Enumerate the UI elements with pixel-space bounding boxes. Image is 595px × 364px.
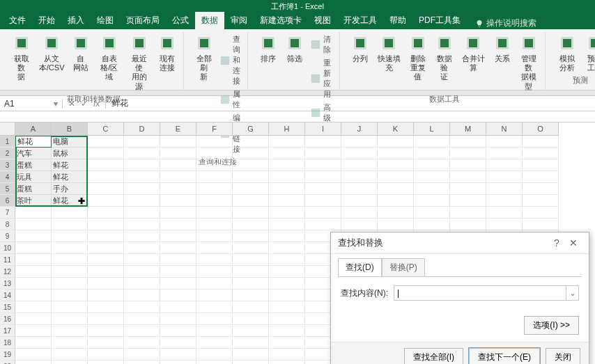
ribbon-button[interactable]: 自 网站 [69, 32, 93, 74]
row-header[interactable]: 6 [0, 195, 15, 207]
cell[interactable] [124, 159, 160, 171]
cell[interactable] [124, 148, 160, 159]
cell[interactable] [486, 195, 523, 207]
row-header[interactable]: 1 [0, 136, 15, 148]
cell[interactable] [233, 171, 269, 183]
cell[interactable]: 鼠标 [52, 148, 88, 159]
cell[interactable] [160, 361, 196, 364]
column-header[interactable]: L [414, 122, 450, 136]
ribbon-button[interactable]: 分列 [348, 32, 372, 65]
cell[interactable] [486, 171, 523, 183]
cell[interactable] [233, 230, 269, 242]
ribbon-button[interactable]: 管理数 据模型 [517, 32, 541, 93]
cell[interactable] [414, 207, 450, 219]
cell[interactable] [124, 313, 160, 325]
cell[interactable] [88, 278, 124, 290]
cell[interactable]: 鲜花 [52, 171, 88, 183]
cell[interactable] [196, 337, 233, 349]
row-header[interactable]: 7 [0, 207, 15, 219]
cell[interactable] [414, 136, 450, 148]
cell[interactable] [196, 183, 233, 195]
tab-视图[interactable]: 视图 [308, 12, 337, 29]
cell[interactable] [124, 195, 160, 207]
row-header[interactable]: 15 [0, 301, 15, 313]
cell[interactable] [305, 136, 341, 148]
dialog-button[interactable]: 查找全部(I) [404, 348, 463, 364]
cell[interactable] [124, 183, 160, 195]
cell[interactable] [88, 361, 124, 364]
cell[interactable] [269, 313, 305, 325]
cell[interactable] [269, 195, 305, 207]
cell[interactable] [15, 278, 52, 290]
row-header[interactable]: 11 [0, 254, 15, 266]
cell[interactable] [414, 195, 450, 207]
cell[interactable] [486, 136, 523, 148]
cell[interactable] [160, 325, 196, 337]
cell[interactable] [124, 349, 160, 361]
cell[interactable] [233, 361, 269, 364]
ribbon-button[interactable]: 模拟分析 [554, 32, 580, 74]
cell[interactable] [160, 136, 196, 148]
cell[interactable] [52, 337, 88, 349]
cell[interactable] [269, 207, 305, 219]
dialog-tab[interactable]: 替换(P) [382, 258, 425, 276]
formula-input[interactable]: 鲜花 [106, 97, 595, 109]
ribbon-button[interactable]: 筛选 [283, 32, 307, 65]
column-header[interactable]: H [269, 122, 305, 136]
column-header[interactable]: D [124, 122, 160, 136]
cell[interactable] [124, 337, 160, 349]
cell[interactable] [196, 301, 233, 313]
row-header[interactable]: 10 [0, 242, 15, 254]
cell[interactable] [378, 148, 414, 159]
cell[interactable] [160, 254, 196, 266]
column-header[interactable]: K [378, 122, 414, 136]
cell[interactable] [305, 148, 341, 159]
cell[interactable] [124, 290, 160, 301]
cell[interactable] [269, 325, 305, 337]
cell[interactable] [88, 254, 124, 266]
cell[interactable] [52, 301, 88, 313]
cell[interactable] [196, 159, 233, 171]
cell[interactable] [305, 159, 341, 171]
cell[interactable] [196, 230, 233, 242]
cell[interactable] [15, 325, 52, 337]
ribbon-button[interactable]: 自表 格/区域 [95, 32, 123, 84]
cell[interactable]: 蛋糕 [15, 159, 52, 171]
cell[interactable] [233, 349, 269, 361]
column-header[interactable]: A [15, 122, 52, 136]
column-header[interactable]: B [52, 122, 88, 136]
cell[interactable] [269, 278, 305, 290]
cell[interactable] [523, 207, 559, 219]
cell[interactable] [88, 207, 124, 219]
cell[interactable] [450, 219, 486, 230]
column-header[interactable]: E [160, 122, 196, 136]
cell[interactable] [124, 361, 160, 364]
cell[interactable] [88, 148, 124, 159]
cell[interactable] [450, 159, 486, 171]
cell[interactable] [233, 183, 269, 195]
row-header[interactable]: 9 [0, 230, 15, 242]
cancel-icon[interactable]: ✕ [68, 99, 75, 109]
row-header[interactable]: 3 [0, 159, 15, 171]
column-header[interactable]: N [486, 122, 523, 136]
ribbon-button[interactable]: 数据验 证 [433, 32, 456, 84]
cell[interactable] [15, 242, 52, 254]
cell[interactable] [160, 313, 196, 325]
cell[interactable] [124, 254, 160, 266]
cell[interactable] [378, 183, 414, 195]
help-icon[interactable]: ? [548, 237, 565, 248]
fx-icon[interactable]: fx [93, 99, 100, 109]
cell[interactable] [269, 301, 305, 313]
cell[interactable] [160, 301, 196, 313]
row-header[interactable]: 20 [0, 361, 15, 364]
cell[interactable] [52, 254, 88, 266]
cell[interactable] [233, 266, 269, 278]
cell[interactable] [233, 337, 269, 349]
cell[interactable]: 电脑 [52, 136, 88, 148]
cell[interactable] [414, 148, 450, 159]
cell[interactable] [341, 183, 378, 195]
row-header[interactable]: 5 [0, 183, 15, 195]
cell[interactable] [523, 159, 559, 171]
cell[interactable] [196, 361, 233, 364]
cell[interactable] [196, 325, 233, 337]
